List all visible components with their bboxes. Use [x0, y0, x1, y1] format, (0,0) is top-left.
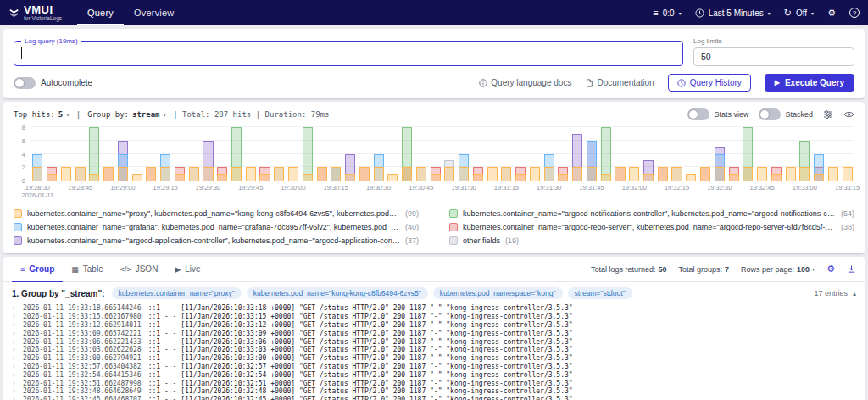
- caret-down-icon: ▾: [164, 112, 167, 118]
- chart-bar: [729, 174, 739, 181]
- query-history-button[interactable]: Query History: [668, 74, 751, 92]
- tab-live[interactable]: ▶ Live: [166, 257, 209, 282]
- expand-row-icon[interactable]: ›: [12, 354, 16, 362]
- expand-row-icon[interactable]: ›: [12, 304, 16, 312]
- x-axis-label: 19:30:00: [281, 184, 305, 192]
- help-icon[interactable]: ?: [849, 8, 860, 18]
- query-language-docs-link[interactable]: Query language docs: [479, 78, 571, 87]
- x-axis-label: 19:33:15: [835, 184, 860, 192]
- settings-gear-icon[interactable]: ⚙: [827, 8, 836, 18]
- table-settings-gear-icon[interactable]: ⚙: [826, 264, 835, 274]
- log-row[interactable]: ›2026-01-11 19:32:45.664468707::1 - - [1…: [12, 396, 856, 400]
- legend-item[interactable]: kubernetes.container_name="argocd-applic…: [14, 236, 419, 245]
- rows-per-page-select[interactable]: Rows per page: 100 ▾: [741, 265, 815, 274]
- legend-item[interactable]: kubernetes.container_name="grafana", kub…: [14, 223, 419, 231]
- stream-field-pill[interactable]: stream="stdout": [568, 287, 632, 299]
- stats-view-toggle[interactable]: Stats view: [687, 108, 748, 120]
- toggle-switch[interactable]: [759, 108, 781, 120]
- log-timestamp: 2026-01-11 19:32:45.664468707: [23, 396, 142, 400]
- toggle-switch[interactable]: [14, 77, 36, 89]
- legend-item[interactable]: other fields(19): [449, 236, 854, 245]
- log-row[interactable]: ›2026-01-11 19:33:18.665144246::1 - - [1…: [12, 304, 856, 313]
- chart-plot-area[interactable]: [31, 127, 854, 181]
- log-group-header[interactable]: 1. Group by "_stream": kubernetes.contai…: [3, 282, 865, 303]
- expand-row-icon[interactable]: ›: [12, 387, 16, 395]
- stream-field-pill[interactable]: kubernetes.pod_namespace="kong": [433, 287, 563, 299]
- expand-row-icon[interactable]: ›: [12, 363, 16, 370]
- autocomplete-toggle[interactable]: Autocomplete: [14, 77, 92, 89]
- chart-bar: [89, 174, 99, 181]
- nav-tab-overview[interactable]: Overview: [124, 0, 184, 25]
- expand-row-icon[interactable]: ›: [12, 371, 16, 379]
- expand-row-icon[interactable]: ›: [12, 380, 16, 387]
- chart-bar: [473, 174, 483, 181]
- autorefresh-selector[interactable]: ↻ Off ▾: [784, 8, 814, 18]
- hide-chart-eye-icon[interactable]: [843, 109, 854, 119]
- chart-bar: [487, 167, 498, 181]
- caret-down-icon: ▾: [66, 112, 70, 118]
- stream-field-pill[interactable]: kubernetes.container_name="proxy": [112, 287, 242, 299]
- hits-chart[interactable]: 02468 19:28:302026-01-1119:28:4519:29:00…: [14, 127, 854, 201]
- group-entries: 17 entries ▴: [814, 289, 856, 297]
- documentation-link[interactable]: Documentation: [585, 78, 654, 87]
- log-row[interactable]: ›2026-01-11 19:32:48.664628649::1 - - [1…: [12, 387, 856, 396]
- legend-item[interactable]: kubernetes.container_name="proxy", kuber…: [14, 209, 419, 218]
- log-timestamp: 2026-01-11 19:33:00.662794921: [23, 354, 142, 362]
- log-row[interactable]: ›2026-01-11 19:33:09.665742221::1 - - [1…: [12, 329, 856, 337]
- log-row[interactable]: ›2026-01-11 19:33:06.662221433::1 - - [1…: [12, 337, 856, 346]
- log-row[interactable]: ›2026-01-11 19:33:15.662167980::1 - - [1…: [12, 313, 856, 321]
- expand-row-icon[interactable]: ›: [12, 338, 16, 346]
- vmui-logo[interactable]: VMUI for VictoriaLogs: [8, 4, 62, 22]
- display-settings-icon[interactable]: [823, 109, 833, 119]
- expand-row-icon[interactable]: ›: [12, 396, 16, 400]
- tab-group[interactable]: ≡ Group: [12, 257, 63, 282]
- chart-bar: [303, 127, 313, 181]
- x-axis-label: 19:28:30: [25, 184, 50, 192]
- log-row[interactable]: ›2026-01-11 19:33:03.662622628::1 - - [1…: [12, 346, 856, 354]
- chart-bar: [231, 167, 242, 181]
- execute-query-button[interactable]: ▶ Execute Query: [765, 74, 854, 92]
- log-limits-label: Log limits: [693, 37, 854, 45]
- log-row[interactable]: ›2026-01-11 19:33:12.662914011::1 - - [1…: [12, 321, 856, 330]
- top-hits-select[interactable]: Top hits: 5 ▾: [14, 110, 70, 119]
- stacked-toggle[interactable]: Stacked: [759, 108, 813, 120]
- time-range-selector[interactable]: Last 5 Minutes ▾: [695, 8, 771, 18]
- collapse-group-icon[interactable]: ▴: [853, 290, 856, 297]
- log-message: ::1 - - [11/Jan/2026:10:32:48 +0000] "GE…: [148, 387, 573, 395]
- expand-row-icon[interactable]: ›: [12, 330, 16, 337]
- log-row[interactable]: ›2026-01-11 19:33:00.662794921::1 - - [1…: [12, 354, 856, 363]
- tab-table[interactable]: ▦ Table: [63, 257, 111, 282]
- log-timestamp: 2026-01-11 19:33:18.665144246: [23, 304, 142, 312]
- nav-tab-query[interactable]: Query: [77, 0, 124, 25]
- tenant-selector[interactable]: ≡ 0:0 ▾: [653, 8, 681, 18]
- legend-label: kubernetes.container_name="argocd-applic…: [27, 236, 400, 245]
- stream-field-pill[interactable]: kubernetes.pod_name="kong-kong-c8fb6494-…: [247, 287, 428, 299]
- log-limits-input[interactable]: 50: [693, 47, 854, 66]
- group-list-icon: ≡: [20, 265, 25, 274]
- query-actions: Query language docs Documentation Query …: [479, 74, 854, 92]
- legend-item[interactable]: kubernetes.container_name="argocd-notifi…: [449, 209, 854, 218]
- legend-item[interactable]: kubernetes.container_name="argocd-repo-s…: [449, 223, 854, 231]
- log-row[interactable]: ›2026-01-11 19:32:57.663404382::1 - - [1…: [12, 363, 856, 371]
- group-by-select[interactable]: Group by: stream ▾: [87, 110, 166, 119]
- caret-down-icon: ▾: [812, 266, 815, 272]
- toggle-switch[interactable]: [687, 108, 709, 120]
- tenant-value: 0:0: [663, 8, 675, 18]
- expand-row-icon[interactable]: ›: [12, 346, 16, 353]
- chart-bar: [103, 167, 114, 181]
- chart-bar: [601, 174, 611, 181]
- chart-bar: [615, 167, 625, 181]
- chart-x-axis: 19:28:302026-01-1119:28:4519:29:0019:29:…: [31, 184, 854, 201]
- log-timestamp: 2026-01-11 19:33:06.662221433: [23, 338, 142, 346]
- log-message: ::1 - - [11/Jan/2026:10:33:09 +0000] "GE…: [148, 330, 573, 337]
- chart-bar: [643, 174, 654, 181]
- expand-row-icon[interactable]: ›: [12, 321, 16, 329]
- chart-bar: [345, 174, 355, 181]
- download-icon[interactable]: [847, 264, 856, 274]
- code-icon: </>: [120, 265, 131, 274]
- expand-row-icon[interactable]: ›: [12, 313, 16, 320]
- log-row[interactable]: ›2026-01-11 19:32:51.662487998::1 - - [1…: [12, 379, 856, 387]
- tab-json[interactable]: </> JSON: [112, 257, 167, 282]
- log-query-input[interactable]: Log query (19ms): [14, 41, 683, 66]
- log-row[interactable]: ›2026-01-11 19:32:54.664415346::1 - - [1…: [12, 370, 856, 379]
